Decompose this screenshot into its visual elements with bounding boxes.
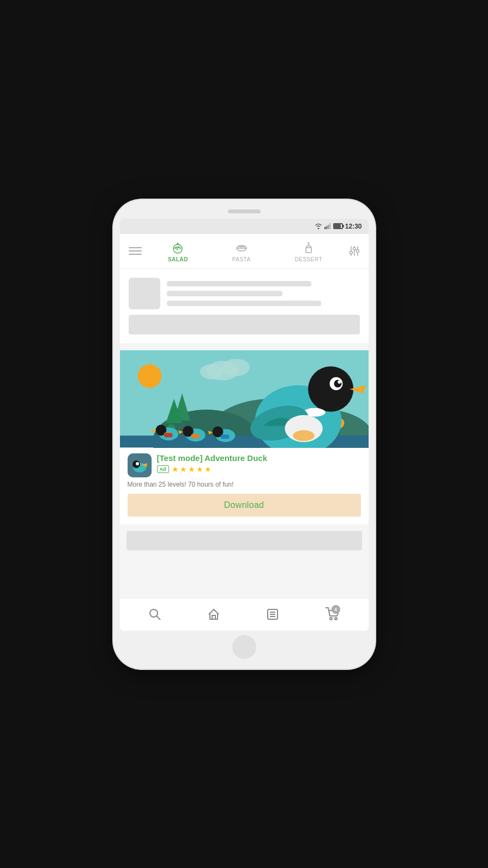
wifi-icon xyxy=(315,223,322,229)
phone-frame: 12:30 xyxy=(113,200,375,669)
tab-pasta[interactable]: PASTA xyxy=(232,240,251,262)
svg-point-42 xyxy=(338,380,341,384)
svg-point-18 xyxy=(350,252,352,254)
svg-line-62 xyxy=(156,616,160,620)
phone-screen: 12:30 xyxy=(120,219,369,631)
status-time: 12:30 xyxy=(345,223,362,230)
bottom-nav-menu[interactable] xyxy=(266,608,279,621)
stars: ★ ★ ★ ★ ★ xyxy=(172,465,212,474)
bottom-nav: 4 xyxy=(120,598,369,631)
star-1: ★ xyxy=(172,465,179,474)
skeleton-bar xyxy=(129,315,360,334)
star-5: ★ xyxy=(204,465,212,474)
tab-pasta-label: PASTA xyxy=(232,256,251,262)
svg-point-26 xyxy=(222,358,250,376)
signal-icon xyxy=(324,223,331,229)
tab-dessert-label: DESSERT xyxy=(294,256,322,262)
ad-description: More than 25 levels! 70 hours of fun! xyxy=(128,481,361,488)
svg-point-60 xyxy=(136,462,139,465)
ad-title-meta: [Test mode] Adventure Duck Ad ★ ★ ★ ★ ★ xyxy=(157,453,361,474)
skeleton-line-2 xyxy=(167,291,282,296)
svg-rect-2 xyxy=(328,225,329,229)
ad-card: [Test mode] Adventure Duck Ad ★ ★ ★ ★ ★ xyxy=(120,350,369,524)
svg-rect-1 xyxy=(326,226,328,229)
menu-icon[interactable] xyxy=(124,243,146,259)
svg-rect-0 xyxy=(324,227,326,229)
svg-point-8 xyxy=(177,248,178,250)
nav-bar: SALAD PASTA xyxy=(120,234,369,269)
svg-point-13 xyxy=(308,242,309,244)
svg-point-38 xyxy=(308,366,353,411)
bottom-nav-search[interactable] xyxy=(148,608,161,621)
tab-dessert[interactable]: DESSERT xyxy=(294,240,322,262)
svg-point-61 xyxy=(150,609,158,617)
svg-rect-3 xyxy=(329,223,331,229)
skeleton-line-3 xyxy=(167,301,321,306)
skeleton-line-1 xyxy=(167,281,312,286)
download-button[interactable]: Download xyxy=(128,494,361,517)
status-icons: 12:30 xyxy=(315,223,362,230)
star-4: ★ xyxy=(196,465,203,474)
status-bar: 12:30 xyxy=(120,219,369,234)
star-3: ★ xyxy=(188,465,195,474)
ad-badge: Ad xyxy=(157,465,169,473)
svg-point-27 xyxy=(200,364,224,379)
battery-icon xyxy=(333,223,343,229)
ad-content: [Test mode] Adventure Duck Ad ★ ★ ★ ★ ★ xyxy=(120,448,369,524)
nav-tabs: SALAD PASTA xyxy=(146,240,345,262)
tab-salad[interactable]: SALAD xyxy=(168,240,188,262)
skeleton-thumbnail xyxy=(129,278,160,309)
svg-point-24 xyxy=(137,364,161,388)
bottom-nav-home[interactable] xyxy=(207,608,220,621)
skeleton-card xyxy=(120,269,369,343)
bottom-nav-cart[interactable]: 4 xyxy=(325,607,340,621)
svg-point-17 xyxy=(353,248,356,250)
star-2: ★ xyxy=(180,465,187,474)
ad-image xyxy=(120,350,369,448)
ad-title: [Test mode] Adventure Duck xyxy=(157,453,361,463)
svg-point-7 xyxy=(178,246,180,248)
svg-rect-11 xyxy=(306,248,311,253)
svg-rect-54 xyxy=(164,433,172,437)
phone-home-button[interactable] xyxy=(232,635,256,659)
svg-point-69 xyxy=(335,618,337,620)
svg-point-45 xyxy=(293,430,315,441)
cart-badge: 4 xyxy=(332,605,340,614)
tab-salad-label: SALAD xyxy=(168,256,188,262)
ad-title-row: [Test mode] Adventure Duck Ad ★ ★ ★ ★ ★ xyxy=(128,453,361,477)
svg-rect-63 xyxy=(212,615,215,619)
content-area: [Test mode] Adventure Duck Ad ★ ★ ★ ★ ★ xyxy=(120,269,369,598)
app-icon xyxy=(128,453,152,477)
svg-point-68 xyxy=(330,618,332,620)
ad-badge-stars: Ad ★ ★ ★ ★ ★ xyxy=(157,465,361,474)
phone-speaker xyxy=(228,209,261,213)
svg-rect-55 xyxy=(191,434,199,438)
svg-point-19 xyxy=(356,250,359,253)
svg-rect-56 xyxy=(221,434,229,439)
filter-icon[interactable] xyxy=(345,241,364,261)
bottom-skeleton xyxy=(126,531,362,550)
svg-point-6 xyxy=(175,247,177,248)
